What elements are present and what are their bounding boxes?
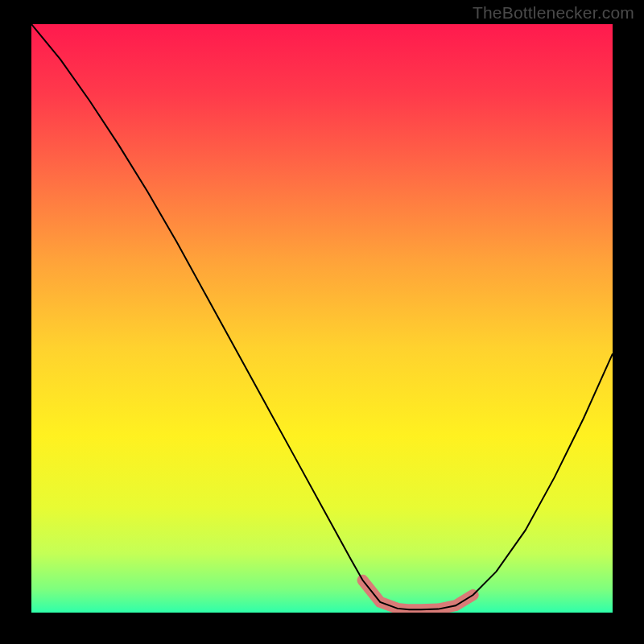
chart-frame: TheBottlenecker.com xyxy=(0,0,644,644)
watermark-text: TheBottlenecker.com xyxy=(473,3,634,23)
chart-plot xyxy=(31,24,613,613)
chart-svg xyxy=(31,24,613,613)
gradient-background xyxy=(31,24,613,613)
